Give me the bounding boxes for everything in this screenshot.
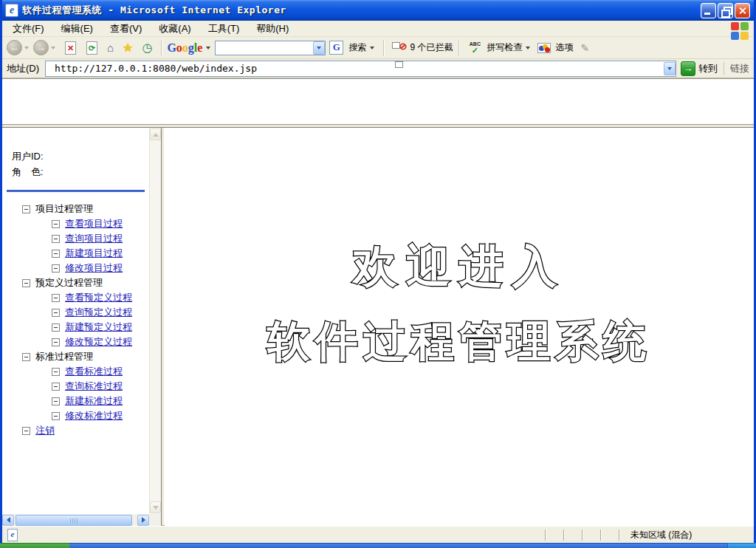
status-separator <box>600 530 602 541</box>
menu-edit[interactable]: 编辑(E) <box>55 21 99 37</box>
tree-link-modify-standard-process[interactable]: 修改标准过程 <box>2 408 149 423</box>
tree-group-standard-process[interactable]: 标准过程管理 <box>2 349 149 364</box>
ie-window-icon: e <box>5 4 18 17</box>
node-icon <box>52 383 60 391</box>
menu-tools[interactable]: 工具(T) <box>202 21 246 37</box>
system-tray <box>727 543 756 548</box>
browser-window: e 软件过程管理系统 - Microsoft Internet Explorer… <box>0 0 756 543</box>
tree-link-query-standard-process[interactable]: 查询标准过程 <box>2 379 149 394</box>
welcome-message: 欢迎进入 软件过程管理系统 <box>165 237 754 371</box>
status-ie-icon: e <box>7 529 18 541</box>
spellcheck-icon[interactable]: ABC ✓ <box>467 41 482 55</box>
scrollbar-thumb[interactable] <box>16 515 132 526</box>
search-button-label[interactable]: 搜索 <box>348 41 366 54</box>
close-button[interactable] <box>735 3 750 18</box>
go-arrow-icon: → <box>681 61 695 76</box>
address-bar: 地址(D) → 转到 链接 <box>2 59 754 78</box>
node-icon <box>22 427 30 435</box>
scroll-down-button[interactable] <box>150 501 161 513</box>
node-icon <box>52 338 60 346</box>
forward-button[interactable]: → <box>33 40 49 55</box>
security-zone-label: 未知区域 (混合) <box>620 529 752 541</box>
scroll-right-button[interactable] <box>137 515 149 526</box>
collapse-icon[interactable] <box>22 279 30 287</box>
sidebar-vertical-scrollbar[interactable] <box>149 128 161 514</box>
tree-link-query-project-process[interactable]: 查询项目过程 <box>2 231 149 246</box>
tree-link-new-predefined-process[interactable]: 新建预定义过程 <box>2 320 149 335</box>
spellcheck-dropdown-icon[interactable] <box>526 47 530 49</box>
tree-link-view-standard-process[interactable]: 查看标准过程 <box>2 364 149 379</box>
tree-group-predefined-process[interactable]: 预定义过程管理 <box>2 275 149 290</box>
toolbar-separator <box>383 40 385 56</box>
menu-view[interactable]: 查看(V) <box>104 21 148 37</box>
start-button[interactable] <box>0 543 69 548</box>
menu-bar: 文件(F) 编辑(E) 查看(V) 收藏(A) 工具(T) 帮助(H) <box>2 21 754 37</box>
scroll-up-button[interactable] <box>150 129 161 140</box>
status-separator <box>582 530 583 541</box>
options-icon[interactable] <box>537 43 551 53</box>
google-g-button[interactable]: G <box>329 41 343 55</box>
tree-link-modify-project-process[interactable]: 修改项目过程 <box>2 261 149 275</box>
stop-button[interactable]: ✕ <box>65 41 76 55</box>
google-search-input[interactable] <box>216 41 313 55</box>
user-id-label: 用户ID: <box>12 150 149 165</box>
node-icon <box>52 250 60 258</box>
highlighter-icon[interactable]: ✎ <box>580 42 589 54</box>
tree-link-new-project-process[interactable]: 新建项目过程 <box>2 246 149 261</box>
menu-help[interactable]: 帮助(H) <box>250 21 295 37</box>
search-dropdown-icon[interactable] <box>370 47 374 49</box>
home-button[interactable]: ⌂ <box>107 41 114 54</box>
refresh-icon: ⟳ <box>89 44 95 52</box>
tree-link-modify-predefined-process[interactable]: 修改预定义过程 <box>2 335 149 349</box>
search-history-dropdown[interactable] <box>313 41 325 55</box>
options-label[interactable]: 选项 <box>555 41 573 54</box>
collapse-icon[interactable] <box>22 205 30 213</box>
navigation-tree: 项目过程管理 查看项目过程 查询项目过程 <box>2 202 149 438</box>
scroll-left-button[interactable] <box>2 515 14 526</box>
address-input[interactable] <box>46 63 664 74</box>
tree-group-project-process[interactable]: 项目过程管理 <box>2 202 149 216</box>
status-separator <box>545 530 546 541</box>
restore-button[interactable] <box>718 3 733 18</box>
minimize-button[interactable] <box>701 3 716 18</box>
menu-file[interactable]: 文件(F) <box>7 21 50 37</box>
collapse-icon[interactable] <box>22 353 30 361</box>
toolbar-separator <box>458 40 460 56</box>
spellcheck-label[interactable]: 拼写检查 <box>487 41 522 54</box>
tree-link-logout[interactable]: 注销 <box>2 423 149 438</box>
screen: e 软件过程管理系统 - Microsoft Internet Explorer… <box>0 0 756 548</box>
node-icon <box>52 264 60 273</box>
back-button[interactable]: ← <box>7 40 22 55</box>
popup-blocked-label[interactable]: 9 个已拦截 <box>410 41 453 54</box>
popup-blocker-icon[interactable]: ⊘ <box>392 42 405 54</box>
address-dropdown[interactable] <box>664 62 676 75</box>
node-icon <box>52 412 60 420</box>
taskbar-strip <box>69 543 727 548</box>
node-icon <box>52 323 60 332</box>
page-content: 用户ID: 角 色: 项目过程管理 查看项目过程 <box>2 78 754 526</box>
sidebar-horizontal-scrollbar[interactable] <box>2 514 149 526</box>
go-button[interactable]: → 转到 <box>681 61 718 76</box>
history-button[interactable]: ◷ <box>142 41 152 55</box>
status-bar: e 未知区域 (混合) <box>2 526 754 543</box>
node-icon <box>52 294 60 302</box>
tree-link-view-project-process[interactable]: 查看项目过程 <box>2 216 149 231</box>
tree-link-query-predefined-process[interactable]: 查询预定义过程 <box>2 305 149 320</box>
node-icon <box>52 309 60 317</box>
stop-icon: ✕ <box>67 44 74 52</box>
scrollbar-corner <box>149 514 161 526</box>
tree-link-view-predefined-process[interactable]: 查看预定义过程 <box>2 290 149 305</box>
refresh-button[interactable]: ⟳ <box>86 41 97 55</box>
welcome-line-1: 欢迎进入 <box>165 237 754 297</box>
links-label[interactable]: 链接 <box>724 62 749 75</box>
google-logo[interactable]: Google <box>167 41 202 55</box>
windows-flag-icon <box>730 21 749 41</box>
tree-link-new-standard-process[interactable]: 新建标准过程 <box>2 394 149 408</box>
forward-dropdown-icon[interactable] <box>51 47 55 49</box>
favorites-button[interactable]: ★ <box>123 41 133 55</box>
google-dropdown-icon[interactable] <box>206 47 210 49</box>
menu-favorites[interactable]: 收藏(A) <box>153 21 196 37</box>
status-separator <box>563 530 565 541</box>
back-dropdown-icon[interactable] <box>24 47 29 49</box>
role-label: 角 色: <box>12 165 149 181</box>
